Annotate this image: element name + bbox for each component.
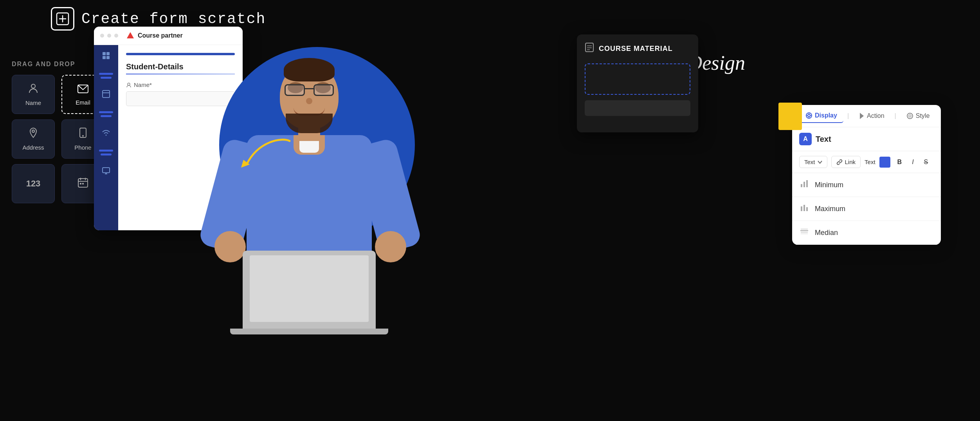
drag-drop-title: DRAG AND DROP [12,61,106,68]
text-section-label: Text [816,135,831,144]
maximum-label: Maximum [815,205,845,213]
toolbar-dropdown-label: Text [804,159,815,165]
course-doc-icon [585,42,594,55]
median-chart-icon [800,227,809,238]
svg-rect-50 [806,207,808,211]
svg-point-31 [128,83,130,85]
tab-display[interactable]: Display [799,109,843,123]
toolbar-bold-button[interactable]: B [894,157,905,167]
svg-rect-48 [801,206,802,211]
phone-icon [78,127,88,141]
drag-item-phone-label: Phone [74,144,91,151]
window-dot-3 [114,34,118,38]
window-dot-1 [100,34,104,38]
header-title: Create form scratch [81,11,266,27]
tab-style-label: Style [916,112,930,119]
svg-rect-52 [801,229,808,229]
svg-rect-32 [585,43,593,52]
drag-item-number[interactable]: 123 [12,164,55,203]
svg-point-38 [808,114,810,117]
tab-action[interactable]: Action [853,109,890,123]
svg-rect-53 [801,232,808,233]
svg-rect-47 [806,180,808,187]
drag-item-address[interactable]: Address [12,119,55,159]
display-icon [805,112,812,119]
svg-rect-18 [80,183,81,184]
action-icon [859,112,865,119]
drag-drop-grid: Name Email Address [12,75,106,203]
drag-item-address-label: Address [22,144,44,151]
yellow-sticky-note [778,103,802,130]
minimum-chart-icon [800,179,809,190]
svg-rect-23 [103,56,106,59]
toolbar-text-label: Text [865,159,876,165]
style-icon [906,112,913,119]
form-sidebar [94,45,118,230]
chevron-down-icon [818,161,822,164]
course-window: COURSE MATERIAL [577,34,698,132]
tab-action-label: Action [867,112,884,119]
link-button-label: Link [845,159,856,165]
text-format-icon: A [799,133,812,145]
arrow-indicator [235,133,297,180]
sidebar-wifi-icon[interactable] [102,128,110,139]
name-field-label: Name* [134,81,152,88]
median-label: Median [815,229,838,237]
toolbar-color-swatch[interactable] [879,157,890,168]
props-text-section: A Text [792,127,941,151]
email-icon [77,83,88,96]
drag-item-name-label: Name [25,99,41,106]
brand-icon [126,31,135,40]
drag-item-number-label: 123 [26,179,41,189]
svg-rect-49 [803,205,805,211]
tab-style[interactable]: Style [900,109,936,123]
window-titlebar: Course partner [94,27,243,45]
tab-display-label: Display [815,112,837,119]
laptop-body [243,251,376,329]
calendar-icon [77,177,88,191]
sidebar-bar-group2 [99,111,113,117]
svg-rect-28 [103,168,110,173]
form-header-bar [126,53,235,55]
sidebar-layout-icon[interactable] [102,90,110,100]
brand-name: Course partner [138,32,183,39]
svg-rect-46 [803,182,805,187]
sidebar-grid-icon[interactable] [102,51,110,62]
header-icon [51,7,74,31]
toolbar-italic-button[interactable]: I [909,157,917,167]
props-toolbar: Text Link Text B I S [792,151,941,173]
svg-rect-21 [103,52,106,55]
toolbar-text-dropdown[interactable]: Text [799,156,827,168]
svg-rect-25 [103,90,110,98]
window-dot-2 [107,34,111,38]
sidebar-monitor-icon[interactable] [102,166,110,177]
sidebar-bar-group3 [99,150,113,155]
toolbar-strike-button[interactable]: S [921,157,931,167]
course-dark-bar [585,100,690,116]
svg-point-13 [82,135,84,137]
list-item-maximum: Maximum [792,197,941,221]
svg-rect-51 [800,230,808,231]
drag-item-name[interactable]: Name [12,75,55,114]
svg-rect-19 [82,183,84,184]
drag-drop-panel: DRAG AND DROP Name Email [12,61,106,203]
person-icon [28,83,39,96]
tab-divider-1: | [845,112,851,119]
svg-rect-22 [106,52,110,55]
minimum-label: Minimum [815,181,843,189]
svg-marker-20 [127,32,134,38]
toolbar-link-button[interactable]: Link [831,156,861,168]
svg-point-9 [31,84,35,88]
svg-rect-24 [106,56,110,59]
properties-panel: Display | Action | Style A Text Text [792,105,941,245]
svg-rect-45 [801,184,802,187]
course-dashed-box [585,63,690,95]
address-icon [29,127,38,141]
drag-item-email-label: Email [76,99,90,106]
sidebar-bar-group1 [99,73,113,79]
maximum-chart-icon [800,203,809,214]
person-figure [188,59,431,333]
svg-marker-43 [860,113,864,119]
svg-rect-54 [801,233,808,234]
svg-point-27 [106,135,107,136]
